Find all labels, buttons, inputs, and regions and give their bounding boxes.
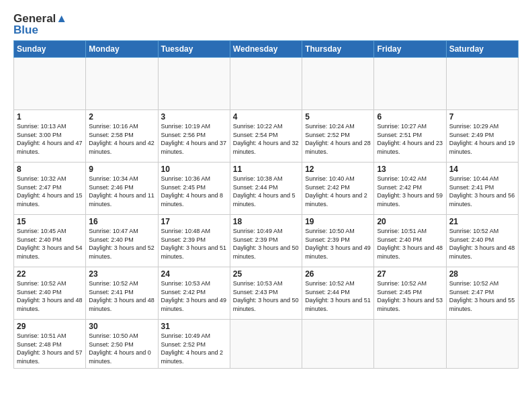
- daylight-label: Daylight: 4 hours and 5 minutes.: [233, 192, 296, 208]
- day-info: Sunrise: 10:52 AM Sunset: 2:47 PM Daylig…: [449, 279, 515, 313]
- sunset-label: Sunset: 2:52 PM: [161, 341, 206, 348]
- day-number: 6: [377, 112, 443, 122]
- sunrise-label: Sunrise: 10:13 AM: [17, 123, 66, 130]
- sunset-label: Sunset: 2:43 PM: [233, 289, 278, 295]
- calendar-day-cell: 22 Sunrise: 10:52 AM Sunset: 2:40 PM Day…: [14, 267, 86, 320]
- daylight-label: Daylight: 3 hours and 53 minutes.: [377, 297, 443, 312]
- sunrise-label: Sunrise: 10:27 AM: [377, 123, 427, 130]
- daylight-label: Daylight: 3 hours and 54 minutes.: [17, 244, 83, 260]
- day-number: 12: [305, 165, 371, 174]
- daylight-label: Daylight: 4 hours and 2 minutes.: [305, 192, 367, 208]
- calendar-day-cell: 6 Sunrise: 10:27 AM Sunset: 2:51 PM Dayl…: [374, 110, 446, 163]
- calendar-day-cell: 5 Sunrise: 10:24 AM Sunset: 2:52 PM Dayl…: [302, 110, 374, 163]
- calendar-weekday-header: Tuesday: [158, 41, 230, 58]
- sunset-label: Sunset: 2:49 PM: [449, 132, 494, 138]
- calendar-weekday-header: Sunday: [14, 41, 86, 58]
- day-info: Sunrise: 10:38 AM Sunset: 2:44 PM Daylig…: [233, 175, 299, 208]
- day-number: 2: [89, 112, 154, 122]
- daylight-label: Daylight: 4 hours and 28 minutes.: [305, 140, 371, 155]
- day-number: 9: [89, 165, 154, 174]
- sunset-label: Sunset: 2:40 PM: [377, 236, 422, 243]
- sunrise-label: Sunrise: 10:51 AM: [17, 332, 66, 339]
- calendar-day-cell: 30 Sunrise: 10:50 AM Sunset: 2:50 PM Day…: [86, 320, 158, 368]
- day-info: Sunrise: 10:52 AM Sunset: 2:40 PM Daylig…: [449, 227, 515, 261]
- calendar-week-row: 1 Sunrise: 10:13 AM Sunset: 3:00 PM Dayl…: [14, 110, 519, 163]
- day-number: 8: [17, 165, 83, 174]
- daylight-label: Daylight: 3 hours and 51 minutes.: [161, 244, 227, 260]
- calendar-day-cell: 10 Sunrise: 10:36 AM Sunset: 2:45 PM Day…: [158, 163, 230, 215]
- calendar-day-cell: 3 Sunrise: 10:19 AM Sunset: 2:56 PM Dayl…: [158, 110, 230, 163]
- calendar-day-cell: 12 Sunrise: 10:40 AM Sunset: 2:42 PM Day…: [302, 163, 374, 215]
- logo-blue: Blue: [13, 24, 38, 37]
- sunset-label: Sunset: 2:48 PM: [17, 341, 62, 348]
- day-number: 15: [17, 217, 83, 226]
- sunrise-label: Sunrise: 10:19 AM: [161, 123, 211, 130]
- sunrise-label: Sunrise: 10:51 AM: [377, 228, 427, 234]
- calendar-day-cell: [158, 58, 230, 110]
- sunset-label: Sunset: 2:40 PM: [17, 236, 62, 243]
- calendar-week-row: 29 Sunrise: 10:51 AM Sunset: 2:48 PM Day…: [14, 320, 519, 368]
- day-info: Sunrise: 10:52 AM Sunset: 2:40 PM Daylig…: [17, 279, 83, 313]
- day-info: Sunrise: 10:53 AM Sunset: 2:43 PM Daylig…: [233, 279, 299, 313]
- day-info: Sunrise: 10:29 AM Sunset: 2:49 PM Daylig…: [449, 122, 515, 156]
- day-info: Sunrise: 10:52 AM Sunset: 2:41 PM Daylig…: [89, 279, 154, 313]
- daylight-label: Daylight: 3 hours and 49 minutes.: [161, 297, 227, 312]
- calendar-day-cell: 26 Sunrise: 10:52 AM Sunset: 2:44 PM Day…: [302, 267, 374, 320]
- day-info: Sunrise: 10:50 AM Sunset: 2:50 PM Daylig…: [89, 332, 154, 365]
- sunrise-label: Sunrise: 10:52 AM: [449, 228, 499, 234]
- calendar-day-cell: 29 Sunrise: 10:51 AM Sunset: 2:48 PM Day…: [14, 320, 86, 368]
- sunset-label: Sunset: 2:41 PM: [89, 289, 134, 295]
- day-info: Sunrise: 10:52 AM Sunset: 2:45 PM Daylig…: [377, 279, 443, 313]
- daylight-label: Daylight: 4 hours and 8 minutes.: [161, 192, 224, 208]
- day-info: Sunrise: 10:51 AM Sunset: 2:48 PM Daylig…: [17, 332, 83, 365]
- daylight-label: Daylight: 4 hours and 0 minutes.: [89, 349, 151, 365]
- sunrise-label: Sunrise: 10:34 AM: [89, 175, 138, 182]
- calendar-week-row: 15 Sunrise: 10:45 AM Sunset: 2:40 PM Day…: [14, 215, 519, 267]
- daylight-label: Daylight: 3 hours and 57 minutes.: [17, 349, 83, 365]
- sunrise-label: Sunrise: 10:52 AM: [377, 280, 427, 287]
- sunrise-label: Sunrise: 10:49 AM: [161, 332, 211, 339]
- calendar-day-cell: 15 Sunrise: 10:45 AM Sunset: 2:40 PM Day…: [14, 215, 86, 267]
- day-number: 13: [377, 165, 443, 174]
- sunset-label: Sunset: 2:51 PM: [377, 132, 422, 138]
- page: General▲ Blue SundayMondayTuesdayWednesd…: [0, 0, 532, 375]
- calendar-day-cell: 21 Sunrise: 10:52 AM Sunset: 2:40 PM Day…: [446, 215, 518, 267]
- sunrise-label: Sunrise: 10:16 AM: [89, 123, 138, 130]
- calendar-day-cell: 14 Sunrise: 10:44 AM Sunset: 2:41 PM Day…: [446, 163, 518, 215]
- day-info: Sunrise: 10:53 AM Sunset: 2:42 PM Daylig…: [161, 279, 227, 313]
- day-info: Sunrise: 10:32 AM Sunset: 2:47 PM Daylig…: [17, 175, 83, 208]
- calendar-header-row: SundayMondayTuesdayWednesdayThursdayFrid…: [14, 41, 519, 58]
- calendar-weekday-header: Friday: [374, 41, 446, 58]
- calendar-day-cell: 8 Sunrise: 10:32 AM Sunset: 2:47 PM Dayl…: [14, 163, 86, 215]
- daylight-label: Daylight: 4 hours and 2 minutes.: [161, 349, 224, 365]
- calendar-table: SundayMondayTuesdayWednesdayThursdayFrid…: [13, 40, 519, 368]
- day-info: Sunrise: 10:40 AM Sunset: 2:42 PM Daylig…: [305, 175, 371, 208]
- sunrise-label: Sunrise: 10:52 AM: [305, 280, 355, 287]
- sunrise-label: Sunrise: 10:29 AM: [449, 123, 499, 130]
- day-number: 17: [161, 217, 227, 226]
- day-number: 5: [305, 112, 371, 122]
- calendar-day-cell: 9 Sunrise: 10:34 AM Sunset: 2:46 PM Dayl…: [86, 163, 158, 215]
- sunset-label: Sunset: 2:42 PM: [161, 289, 206, 295]
- sunset-label: Sunset: 2:58 PM: [89, 132, 134, 138]
- calendar-day-cell: [86, 58, 158, 110]
- sunset-label: Sunset: 2:45 PM: [377, 289, 422, 295]
- daylight-label: Daylight: 3 hours and 49 minutes.: [305, 244, 371, 260]
- sunrise-label: Sunrise: 10:52 AM: [17, 280, 66, 287]
- sunrise-label: Sunrise: 10:52 AM: [89, 280, 138, 287]
- day-info: Sunrise: 10:49 AM Sunset: 2:52 PM Daylig…: [161, 332, 227, 365]
- daylight-label: Daylight: 3 hours and 48 minutes.: [89, 297, 154, 312]
- calendar-day-cell: 23 Sunrise: 10:52 AM Sunset: 2:41 PM Day…: [86, 267, 158, 320]
- sunrise-label: Sunrise: 10:49 AM: [233, 228, 283, 234]
- daylight-label: Daylight: 4 hours and 23 minutes.: [377, 140, 443, 155]
- sunrise-label: Sunrise: 10:40 AM: [305, 175, 355, 182]
- sunrise-label: Sunrise: 10:53 AM: [233, 280, 283, 287]
- sunrise-label: Sunrise: 10:42 AM: [377, 175, 427, 182]
- day-info: Sunrise: 10:24 AM Sunset: 2:52 PM Daylig…: [305, 122, 371, 156]
- sunrise-label: Sunrise: 10:53 AM: [161, 280, 211, 287]
- calendar-day-cell: [230, 58, 302, 110]
- daylight-label: Daylight: 3 hours and 48 minutes.: [377, 244, 443, 260]
- day-number: 11: [233, 165, 299, 174]
- sunset-label: Sunset: 2:40 PM: [449, 236, 494, 243]
- sunrise-label: Sunrise: 10:38 AM: [233, 175, 283, 182]
